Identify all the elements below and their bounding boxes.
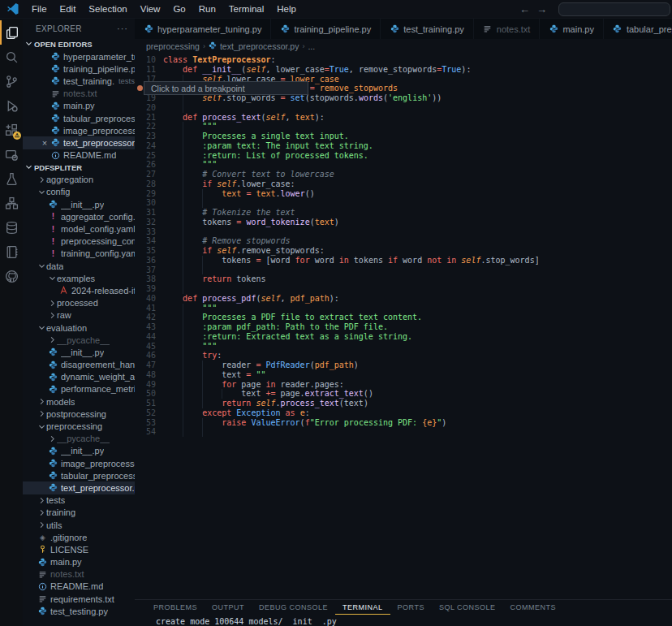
line-number[interactable]: 53: [135, 418, 156, 428]
open-editors-header[interactable]: OPEN EDITORS: [23, 38, 135, 50]
open-editor-item[interactable]: image_preprocesso...: [23, 124, 135, 136]
code-line[interactable]: 27 # Convert text to lowercase: [135, 170, 672, 179]
tree-file-2024-released-items-[interactable]: 2024-released-items-...: [23, 284, 135, 296]
line-number[interactable]: 38: [135, 274, 156, 284]
tree-file--gitignore[interactable]: ◈.gitignore: [23, 531, 135, 543]
open-editor-item[interactable]: main.py: [23, 100, 135, 112]
line-number[interactable]: 25: [135, 151, 156, 161]
code-line[interactable]: 47 reader = PdfReader(pdf_path): [135, 360, 672, 370]
code-line[interactable]: 23 Processes a single text input.: [135, 132, 672, 141]
workspace-header[interactable]: PDFSPLITER: [23, 162, 135, 174]
tree-folder-processed[interactable]: processed: [23, 297, 135, 309]
tree-file-training-config-yaml[interactable]: !training_config.yaml: [23, 248, 135, 260]
line-number[interactable]: 31: [135, 208, 156, 218]
line-number[interactable]: 23: [135, 132, 156, 141]
tree-file--init-py[interactable]: __init__.py: [23, 198, 135, 210]
panel-tab-sql-console[interactable]: SQL CONSOLE: [432, 601, 503, 615]
code-line[interactable]: 35 if self.remove_stopwords:: [135, 246, 672, 256]
tree-file-test-testing-py[interactable]: test_testing.py: [23, 605, 135, 617]
source-control-icon[interactable]: [0, 69, 23, 93]
database-icon[interactable]: [0, 215, 23, 240]
menu-edit[interactable]: Edit: [54, 0, 83, 18]
panel-tab-output[interactable]: OUTPUT: [205, 601, 252, 615]
github-icon[interactable]: [0, 264, 23, 288]
tree-folder-examples[interactable]: examples: [23, 272, 135, 284]
code-line[interactable]: 46 try:: [135, 351, 672, 360]
tree-folder-data[interactable]: data: [23, 260, 135, 272]
line-number[interactable]: 10: [135, 55, 156, 65]
tree-folder-postprocessing[interactable]: postprocessing: [23, 408, 135, 420]
line-number[interactable]: 40: [135, 294, 156, 304]
line-number[interactable]: 29: [135, 189, 156, 199]
code-line[interactable]: 37: [135, 266, 672, 275]
tree-file-tabular-preprocessor-py[interactable]: tabular_preprocessor.py: [23, 469, 135, 481]
code-line[interactable]: 33: [135, 227, 672, 237]
line-number[interactable]: 21: [135, 113, 156, 123]
remote-explorer-icon[interactable]: [0, 142, 23, 166]
line-number[interactable]: 33: [135, 227, 156, 237]
tree-folder-preprocessing[interactable]: preprocessing: [23, 420, 135, 432]
code-line[interactable]: 50 text += page.extract_text(): [135, 389, 672, 399]
terminal-output[interactable]: create mode 100644 models/__init__.py: [135, 615, 672, 626]
tree-file-text-preprocessor-py[interactable]: text_preprocessor.py: [23, 481, 135, 494]
tree-file-model-config-yaml[interactable]: !model_config.yaml: [23, 222, 135, 235]
run-debug-icon[interactable]: [0, 93, 23, 118]
open-editor-item[interactable]: ×text_preprocessor.p...: [23, 136, 135, 149]
tree-file-performance-metrics-py[interactable]: performance_metrics.py: [23, 383, 135, 395]
tree-folder-models[interactable]: models: [23, 395, 135, 408]
code-line[interactable]: 22 """: [135, 122, 672, 132]
code-line[interactable]: 20: [135, 103, 672, 113]
line-number[interactable]: 47: [135, 360, 156, 370]
code-line[interactable]: 40 def process_pdf(self, pdf_path):: [135, 294, 672, 304]
panel-tab-ports[interactable]: PORTS: [390, 601, 432, 615]
line-number[interactable]: 45: [135, 342, 156, 352]
breadcrumb-item[interactable]: ...: [308, 41, 315, 51]
code-line[interactable]: 21 def process_text(self, text):: [135, 113, 672, 123]
code-line[interactable]: 36 tokens = [word for word in tokens if …: [135, 256, 672, 266]
code-line[interactable]: 53 raise ValueError(f"Error processing P…: [135, 418, 672, 428]
line-number[interactable]: 43: [135, 322, 156, 332]
tree-folder-training[interactable]: training: [23, 507, 135, 519]
explorer-icon[interactable]: [0, 20, 23, 45]
tree-file-preprocessing-config-y-[interactable]: !preprocessing_config.y...: [23, 235, 135, 248]
references-icon[interactable]: [0, 191, 23, 215]
tree-file-image-preprocessor-py[interactable]: image_preprocessor.py: [23, 457, 135, 469]
code-line[interactable]: 28 if self.lower_case:: [135, 179, 672, 189]
tab-notes-txt[interactable]: notes.txt: [474, 19, 541, 39]
tree-folder--pycache-[interactable]: __pycache__: [23, 334, 135, 346]
tree-file-readme-md[interactable]: README.md: [23, 581, 135, 593]
open-editor-item[interactable]: notes.txt: [23, 88, 135, 100]
tree-file-license[interactable]: LICENSE: [23, 543, 135, 555]
panel-tab-comments[interactable]: COMMENTS: [503, 601, 564, 615]
menu-view[interactable]: View: [134, 0, 167, 18]
breadcrumb-item[interactable]: preprocessing: [146, 41, 200, 51]
menu-selection[interactable]: Selection: [82, 0, 133, 18]
code-line[interactable]: 44 :return: Extracted text as a single s…: [135, 332, 672, 342]
explorer-more-actions-button[interactable]: ···: [117, 24, 128, 33]
tree-folder-tests[interactable]: tests: [23, 494, 135, 507]
breadcrumb-item[interactable]: text_preprocessor.py: [209, 41, 299, 51]
line-number[interactable]: 35: [135, 246, 156, 256]
menu-terminal[interactable]: Terminal: [222, 0, 270, 18]
code-line[interactable]: 51 return self.process_text(text): [135, 399, 672, 408]
tree-file--init-py[interactable]: __init__.py: [23, 445, 135, 457]
code-line[interactable]: 32 tokens = word_tokenize(text): [135, 218, 672, 227]
tree-folder-config[interactable]: config: [23, 186, 135, 198]
forward-arrow-icon[interactable]: →: [536, 3, 547, 15]
code-line[interactable]: 24 :param text: The input text string.: [135, 141, 672, 151]
menu-file[interactable]: File: [25, 0, 54, 18]
tab-test-training-py[interactable]: test_training.py: [381, 19, 474, 39]
line-number[interactable]: 27: [135, 170, 156, 179]
code-line[interactable]: 30: [135, 198, 672, 208]
close-icon[interactable]: ×: [40, 138, 50, 148]
line-number[interactable]: 41: [135, 304, 156, 313]
line-number[interactable]: 42: [135, 313, 156, 322]
code-line[interactable]: 42 Processes a PDF file to extract text …: [135, 313, 672, 322]
search-icon[interactable]: [0, 45, 23, 69]
line-number[interactable]: 22: [135, 122, 156, 132]
panel-tab-debug-console[interactable]: DEBUG CONSOLE: [252, 601, 335, 615]
tab-tabular-preprocessor-py[interactable]: tabular_preprocessor.py: [604, 19, 672, 39]
code-line[interactable]: 41 """: [135, 304, 672, 313]
tree-folder--pycache-[interactable]: __pycache__: [23, 433, 135, 445]
line-number[interactable]: 49: [135, 380, 156, 390]
